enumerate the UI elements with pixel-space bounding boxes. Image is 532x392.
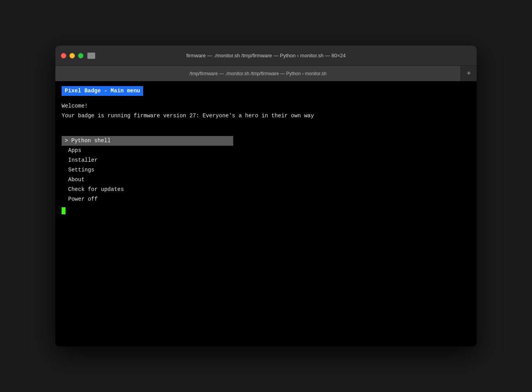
welcome-text: Welcome! — [62, 102, 470, 110]
menu-item-check-updates[interactable]: Check for updates — [62, 185, 470, 194]
add-tab-button[interactable]: + — [461, 66, 477, 81]
traffic-lights — [61, 53, 83, 58]
maximize-button[interactable] — [78, 53, 83, 58]
terminal-window: firmware — ./monitor.sh /tmp/firmware — … — [55, 46, 477, 346]
menu-item-apps[interactable]: Apps — [62, 146, 470, 155]
menu-title: Pixel Badge - Main menu — [62, 86, 143, 96]
cursor — [62, 207, 66, 214]
close-button[interactable] — [61, 53, 66, 58]
menu-item-python-shell[interactable]: > Python shell — [62, 136, 233, 146]
menu-item-installer[interactable]: Installer — [62, 155, 470, 165]
firmware-line: Your badge is running firmware version 2… — [62, 112, 470, 120]
tab-label: /tmp/firmware — ./monitor.sh /tmp/firmwa… — [190, 71, 326, 76]
window-icon — [87, 53, 95, 59]
window-title: firmware — ./monitor.sh /tmp/firmware — … — [55, 53, 477, 58]
menu-item-power-off[interactable]: Power off — [62, 194, 470, 204]
minimize-button[interactable] — [69, 53, 75, 58]
titlebar: firmware — ./monitor.sh /tmp/firmware — … — [55, 46, 477, 66]
tab-bar: /tmp/firmware — ./monitor.sh /tmp/firmwa… — [55, 66, 477, 81]
terminal-content[interactable]: Pixel Badge - Main menu Welcome! Your ba… — [55, 81, 477, 346]
menu-item-about[interactable]: About — [62, 175, 470, 185]
tab-main[interactable]: /tmp/firmware — ./monitor.sh /tmp/firmwa… — [55, 66, 461, 81]
menu-items: > Python shell Apps Installer Settings A… — [62, 136, 470, 204]
menu-item-settings[interactable]: Settings — [62, 165, 470, 175]
